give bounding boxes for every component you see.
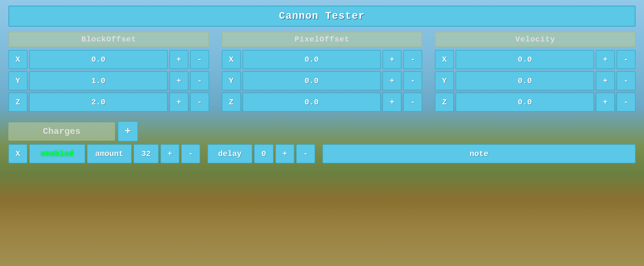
block-offset-x-minus[interactable]: -: [190, 50, 209, 69]
velocity-panel: Velocity X 0.0 + - Y: [435, 32, 636, 113]
charge-delay-minus[interactable]: -: [296, 144, 315, 163]
pixel-offset-y-value: 0.0: [243, 71, 381, 90]
charge-amount-plus[interactable]: +: [160, 144, 179, 163]
title-bar: Cannon Tester: [8, 6, 636, 27]
block-offset-y-minus[interactable]: -: [190, 71, 209, 90]
pixel-offset-x-row: X 0.0 + -: [222, 50, 423, 69]
pixel-offset-x-label: X: [222, 50, 241, 69]
pixel-offset-x-value: 0.0: [243, 50, 381, 69]
block-offset-x-value: 0.0: [29, 50, 168, 69]
pixel-offset-z-row: Z 0.0 + -: [222, 93, 423, 112]
charges-header-row: Charges +: [8, 121, 636, 141]
velocity-x-label: X: [435, 50, 454, 69]
velocity-z-minus[interactable]: -: [617, 93, 636, 112]
block-offset-x-plus[interactable]: +: [169, 50, 188, 69]
block-offset-x-row: X 0.0 + -: [8, 50, 209, 69]
velocity-header: Velocity: [435, 32, 636, 47]
velocity-x-minus[interactable]: -: [617, 50, 636, 69]
velocity-y-row: Y 0.0 + -: [435, 71, 636, 90]
pixel-offset-y-minus[interactable]: -: [403, 71, 422, 90]
velocity-y-minus[interactable]: -: [617, 71, 636, 90]
app-title: Cannon Tester: [279, 10, 365, 22]
charge-item-row: X enabled amount 32 + - delay 0: [8, 144, 636, 163]
pixel-offset-panel: PixelOffset X 0.0 + - Y: [222, 32, 423, 113]
pixel-offset-z-plus[interactable]: +: [382, 93, 401, 112]
block-offset-y-label: Y: [8, 71, 27, 90]
charge-enabled-toggle[interactable]: enabled: [29, 144, 85, 163]
velocity-z-plus[interactable]: +: [596, 93, 615, 112]
charges-section: Charges + X enabled amount 32 +: [8, 121, 636, 163]
charge-amount-minus[interactable]: -: [181, 144, 200, 163]
pixel-offset-x-minus[interactable]: -: [403, 50, 422, 69]
charge-x-button[interactable]: X: [8, 144, 27, 163]
charge-note[interactable]: note: [322, 144, 636, 163]
pixel-offset-header: PixelOffset: [222, 32, 423, 47]
charge-delay-value: 0: [254, 144, 274, 163]
charges-add-button[interactable]: +: [118, 121, 138, 141]
pixel-offset-y-plus[interactable]: +: [382, 71, 401, 90]
pixel-offset-x-plus[interactable]: +: [382, 50, 401, 69]
block-offset-x-label: X: [8, 50, 27, 69]
pixel-offset-z-value: 0.0: [243, 93, 381, 112]
velocity-x-plus[interactable]: +: [596, 50, 615, 69]
pixel-offset-y-row: Y 0.0 + -: [222, 71, 423, 90]
velocity-y-plus[interactable]: +: [596, 71, 615, 90]
pixel-offset-y-label: Y: [222, 71, 241, 90]
velocity-y-value: 0.0: [456, 71, 594, 90]
block-offset-y-row: Y 1.0 + -: [8, 71, 209, 90]
velocity-x-value: 0.0: [456, 50, 594, 69]
velocity-z-row: Z 0.0 + -: [435, 93, 636, 112]
velocity-z-label: Z: [435, 93, 454, 112]
block-offset-y-value: 1.0: [29, 71, 168, 90]
pixel-offset-z-label: Z: [222, 93, 241, 112]
velocity-x-row: X 0.0 + -: [435, 50, 636, 69]
charges-label: Charges: [8, 122, 115, 141]
block-offset-z-minus[interactable]: -: [190, 93, 209, 112]
block-offset-z-plus[interactable]: +: [169, 93, 188, 112]
block-offset-z-row: Z 2.0 + -: [8, 93, 209, 112]
block-offset-header: BlockOffset: [8, 32, 209, 47]
pixel-offset-z-minus[interactable]: -: [403, 93, 422, 112]
charge-delay-plus[interactable]: +: [275, 144, 294, 163]
charge-amount-label: amount: [87, 144, 132, 163]
block-offset-panel: BlockOffset X 0.0 + - Y: [8, 32, 209, 113]
block-offset-y-plus[interactable]: +: [169, 71, 188, 90]
block-offset-z-label: Z: [8, 93, 27, 112]
velocity-z-value: 0.0: [456, 93, 594, 112]
charge-amount-value: 32: [133, 144, 159, 163]
charge-delay-label: delay: [207, 144, 252, 163]
block-offset-z-value: 2.0: [29, 93, 168, 112]
velocity-y-label: Y: [435, 71, 454, 90]
panels-row: BlockOffset X 0.0 + - Y: [8, 32, 636, 113]
